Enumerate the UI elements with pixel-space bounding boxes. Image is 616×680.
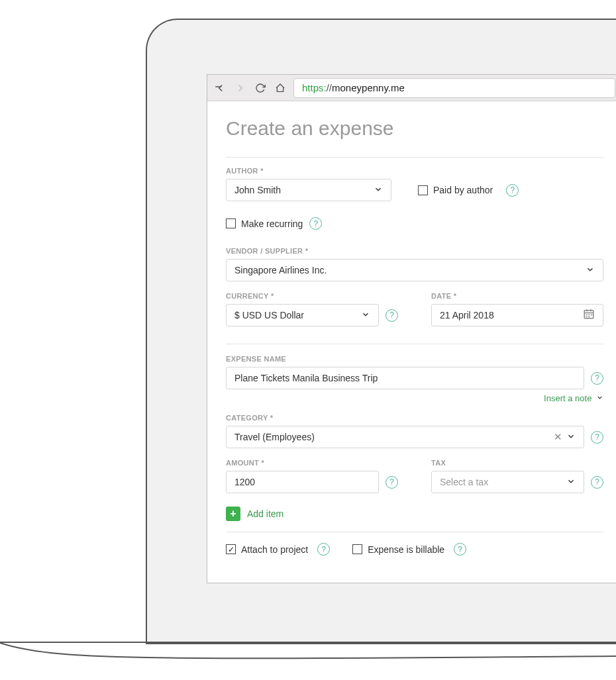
chevron-down-icon — [361, 310, 370, 321]
laptop-base-curve — [0, 642, 616, 661]
clear-icon[interactable]: ✕ — [554, 431, 562, 443]
date-input[interactable]: 21 April 2018 — [431, 304, 603, 326]
make-recurring-label: Make recurring — [241, 219, 303, 229]
url-protocol: https: — [302, 82, 327, 93]
help-icon[interactable]: ? — [591, 476, 603, 489]
make-recurring-checkbox[interactable]: Make recurring — [226, 219, 303, 229]
help-icon[interactable]: ? — [309, 217, 322, 230]
section-divider — [226, 532, 603, 532]
chevron-down-icon — [566, 432, 576, 443]
date-label: DATE * — [431, 292, 603, 300]
expense-name-input-wrap — [226, 367, 584, 389]
url-host: moneypenny.me — [332, 82, 405, 93]
paid-by-author-checkbox[interactable]: Paid by author — [418, 185, 493, 195]
chevron-down-icon — [374, 185, 383, 196]
page-title: Create an expense — [226, 117, 603, 140]
screen: https://moneypenny.me Create an expense … — [207, 74, 616, 583]
author-select[interactable]: John Smith — [226, 179, 391, 201]
vendor-select[interactable]: Singapore Airlines Inc. — [226, 259, 603, 281]
attach-to-project-checkbox[interactable]: Attach to project — [226, 544, 308, 555]
title-divider — [226, 157, 603, 158]
currency-label: CURRENCY * — [226, 292, 398, 300]
vendor-label: VENDOR / SUPPLIER * — [226, 247, 603, 255]
svg-rect-6 — [586, 316, 588, 317]
svg-rect-5 — [588, 314, 590, 315]
help-icon[interactable]: ? — [317, 543, 330, 556]
amount-label: AMOUNT * — [226, 459, 398, 467]
expense-billable-label: Expense is billable — [368, 544, 444, 555]
checkbox-icon — [418, 185, 428, 195]
chevron-down-icon — [596, 394, 603, 403]
amount-input[interactable] — [234, 477, 370, 487]
date-value: 21 April 2018 — [440, 310, 494, 320]
amount-input-wrap — [226, 471, 379, 493]
currency-select[interactable]: $ USD US Dollar — [226, 304, 379, 326]
url-sep: // — [327, 82, 332, 93]
plus-icon: + — [226, 507, 240, 521]
insert-note-link[interactable]: Insert a note — [226, 393, 603, 403]
help-icon[interactable]: ? — [591, 431, 603, 444]
svg-rect-7 — [588, 316, 590, 317]
tax-select[interactable]: Select a tax — [431, 471, 584, 493]
back-icon[interactable] — [214, 81, 227, 95]
category-value: Travel (Employees) — [234, 432, 315, 442]
currency-value: $ USD US Dollar — [234, 310, 304, 320]
vendor-value: Singapore Airlines Inc. — [234, 265, 327, 275]
help-icon[interactable]: ? — [506, 184, 519, 197]
url-bar[interactable]: https://moneypenny.me — [293, 78, 615, 98]
home-icon[interactable] — [274, 81, 287, 95]
expense-name-label: EXPENSE NAME — [226, 355, 603, 363]
category-label: CATEGORY * — [226, 414, 603, 422]
add-item-button[interactable]: + Add item — [226, 507, 603, 521]
tax-label: TAX — [431, 459, 603, 467]
page-content: Create an expense AUTHOR * John Smith Pa… — [207, 101, 616, 562]
chevron-down-icon — [566, 477, 576, 488]
tax-placeholder: Select a tax — [440, 477, 488, 487]
paid-by-author-label: Paid by author — [433, 185, 493, 195]
help-icon[interactable]: ? — [454, 543, 466, 556]
svg-rect-4 — [586, 314, 588, 315]
help-icon[interactable]: ? — [385, 476, 398, 489]
category-select[interactable]: Travel (Employees) ✕ — [226, 426, 584, 448]
checkbox-checked-icon — [226, 544, 236, 554]
chevron-down-icon — [586, 265, 595, 276]
section-divider — [226, 344, 603, 344]
expense-billable-checkbox[interactable]: Expense is billable — [352, 544, 444, 555]
checkbox-icon — [352, 544, 362, 554]
author-value: John Smith — [234, 185, 281, 195]
expense-name-input[interactable] — [234, 373, 576, 383]
attach-to-project-label: Attach to project — [241, 544, 308, 555]
add-item-label: Add item — [247, 509, 283, 519]
svg-rect-8 — [591, 314, 592, 315]
help-icon[interactable]: ? — [385, 309, 398, 322]
author-label: AUTHOR * — [226, 167, 603, 175]
help-icon[interactable]: ? — [591, 372, 603, 385]
reload-icon[interactable] — [254, 81, 267, 95]
browser-toolbar: https://moneypenny.me — [207, 75, 616, 101]
laptop-bezel: https://moneypenny.me Create an expense … — [146, 19, 616, 644]
forward-icon — [234, 81, 247, 95]
checkbox-icon — [226, 219, 236, 228]
calendar-icon — [583, 308, 595, 323]
